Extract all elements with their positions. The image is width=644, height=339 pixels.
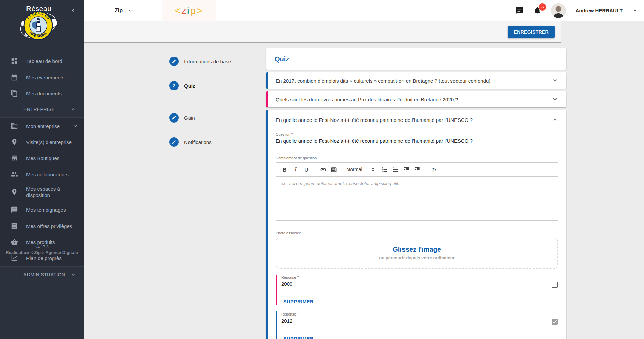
sidebar-item-mes-collaborateurs[interactable]: Mes collaborateurs	[0, 166, 84, 182]
delete-answer-button[interactable]: SUPPRIMER	[283, 336, 314, 339]
sidebar-item-mes-offres-privileges[interactable]: Mes offres privilèges	[0, 218, 84, 234]
sidebar-section-entreprise-body: Mon entreprise Visite(s) d'entreprise Me…	[0, 117, 84, 267]
paragraph-format-select[interactable]: Normal	[346, 167, 375, 172]
link-button[interactable]	[319, 165, 327, 174]
answer-input[interactable]	[281, 279, 543, 290]
sidebar-item-label: Tableau de bord	[26, 58, 62, 64]
logo-part: >	[196, 5, 203, 16]
sidebar-item-tableau-de-bord[interactable]: Tableau de bord	[0, 53, 84, 69]
photo-field-label: Photo associée	[276, 231, 558, 235]
people-icon	[11, 171, 18, 178]
storefront-icon	[11, 154, 18, 162]
org-switcher[interactable]: Zip	[115, 0, 133, 21]
user-avatar[interactable]	[551, 3, 566, 18]
section-label: ADMINISTRATION	[23, 272, 65, 277]
step-gain[interactable]: Gain	[169, 113, 195, 123]
browse-files-link[interactable]: parcourir depuis votre ordinateur	[386, 255, 455, 260]
question-input[interactable]	[276, 136, 558, 147]
sidebar-item-mes-boutiques[interactable]: Mes Boutiques	[0, 150, 84, 166]
ordered-list-icon	[382, 166, 388, 173]
italic-button[interactable]: I	[291, 165, 300, 174]
user-menu-button[interactable]	[632, 8, 638, 14]
chevron-up-icon	[70, 106, 76, 112]
step-quiz[interactable]: 2 Quiz	[169, 81, 195, 90]
sidebar-section-administration[interactable]: ADMINISTRATION	[0, 267, 84, 283]
notifications-button[interactable]: 27	[533, 6, 542, 15]
sidebar-item-visites-entreprise[interactable]: Visite(s) d'entreprise	[0, 134, 84, 150]
step-informations-de-base[interactable]: Informations de base	[169, 57, 231, 66]
dashboard-icon	[11, 57, 18, 65]
zip-agency-logo: <zip>	[162, 0, 216, 21]
documents-icon	[11, 90, 18, 97]
correct-answer-checkbox-checked[interactable]	[552, 319, 558, 325]
logo-part: z	[181, 5, 187, 16]
question-text: En 2017, combien d’emplois dits « cultur…	[276, 78, 490, 84]
video-button[interactable]	[330, 165, 338, 174]
agency-credit: Réalisation < Zip > Agence Digitale	[0, 250, 84, 255]
sidebar-section-entreprise[interactable]: ENTREPRISE	[0, 101, 84, 117]
outdent-button[interactable]	[402, 165, 411, 174]
produit-en-bretagne-badge: PRODUIT EN BRETAGNE	[19, 8, 57, 42]
sidebar-item-label: Mes offres privilèges	[26, 223, 72, 229]
indent-icon	[414, 166, 420, 173]
pencil-icon	[172, 59, 176, 64]
underline-button[interactable]: U	[302, 165, 310, 174]
editor-content-area[interactable]: ex : Lorem ipsum dolor sit amet, consect…	[276, 177, 558, 220]
dropzone-title: Glissez l'image	[393, 246, 441, 253]
sidebar-item-label: Mes espaces à disposition	[26, 186, 66, 199]
answer-block-2: Réponse * SUPPRIMER	[276, 311, 558, 339]
messages-button[interactable]	[515, 6, 524, 15]
question-accordion-2[interactable]: Quels sont les deux livres primés au Pri…	[266, 91, 566, 107]
pencil-icon	[172, 140, 176, 144]
step-connector	[174, 67, 174, 80]
network-logo[interactable]: Réseau PRODUIT EN BRETAGNE	[0, 0, 84, 47]
outdent-icon	[403, 166, 410, 173]
sidebar-item-mon-entreprise[interactable]: Mon entreprise	[0, 118, 84, 134]
updown-arrows-icon	[371, 167, 375, 172]
logo-part: i	[187, 5, 190, 16]
clear-formatting-button[interactable]: Tx	[430, 165, 438, 174]
delete-answer-button[interactable]: SUPPRIMER	[283, 299, 314, 304]
chevron-down-icon	[632, 8, 638, 14]
answer-field-label: Réponse *	[281, 275, 558, 279]
rich-text-editor: B I U Normal	[276, 162, 558, 221]
step-notifications[interactable]: Notifications	[169, 137, 212, 147]
app-version: v4.17.3	[0, 245, 84, 249]
answer-input[interactable]	[281, 316, 543, 327]
sidebar-item-mes-evenements[interactable]: Mes événements	[0, 69, 84, 85]
dropzone-subtitle: ou parcourir depuis votre ordinateur	[379, 255, 454, 260]
bold-button[interactable]: B	[281, 165, 289, 174]
org-switcher-label: Zip	[115, 8, 123, 14]
building-icon	[11, 122, 18, 130]
step-label: Notifications	[184, 139, 212, 145]
ordered-list-button[interactable]	[381, 165, 389, 174]
sidebar-item-mes-documents[interactable]: Mes documents	[0, 85, 84, 101]
question-accordion-1[interactable]: En 2017, combien d’emplois dits « cultur…	[266, 72, 566, 89]
accordion-header[interactable]: En quelle année le Fest-Noz a-t-il été r…	[276, 110, 558, 130]
logo-part: p	[190, 5, 196, 16]
sidebar-item-label: Mes témoignages	[26, 207, 66, 213]
step-label: Quiz	[184, 83, 195, 89]
notifications-badge: 27	[539, 3, 546, 11]
quiz-title-card: Quiz	[266, 48, 566, 70]
sidebar-item-mes-espaces[interactable]: Mes espaces à disposition	[0, 182, 84, 202]
chevron-up-icon	[552, 117, 558, 123]
section-label: ENTREPRISE	[23, 107, 55, 112]
sidebar-item-mes-temoignages[interactable]: Mes témoignages	[0, 202, 84, 218]
indent-button[interactable]	[413, 165, 421, 174]
step-label: Informations de base	[184, 59, 231, 64]
link-icon	[320, 166, 326, 173]
pencil-icon	[172, 115, 176, 120]
check-icon	[552, 319, 557, 324]
sidebar-item-label: Mes Boutiques	[26, 155, 59, 161]
calendar-icon	[11, 74, 18, 81]
chevron-down-icon	[70, 272, 76, 278]
correct-answer-checkbox-unchecked[interactable]	[552, 282, 558, 288]
question-field-label: Question *	[276, 132, 558, 136]
bullet-list-button[interactable]	[392, 165, 400, 174]
image-dropzone[interactable]: Glissez l'image ou parcourir depuis votr…	[276, 238, 558, 269]
save-button[interactable]: ENREGISTRER	[508, 26, 555, 38]
chevron-down-icon	[72, 123, 78, 129]
editor-toolbar: B I U Normal	[276, 163, 558, 177]
topbar: Zip <zip> 27 Andrew HERRAULT	[84, 0, 644, 21]
